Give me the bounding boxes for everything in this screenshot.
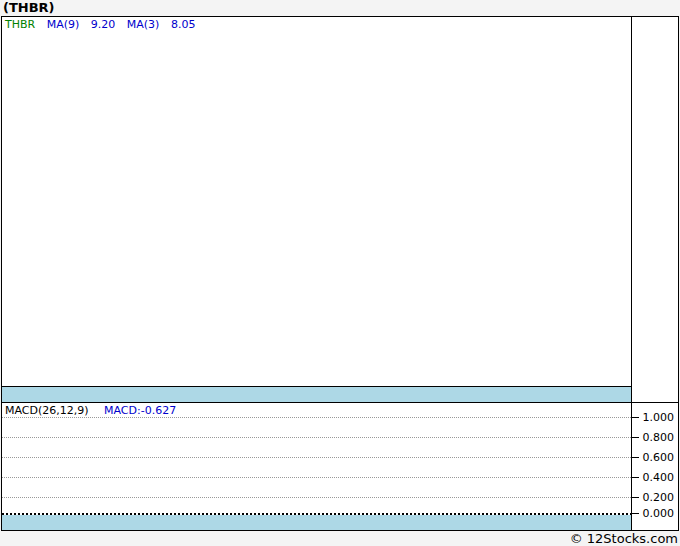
- price-legend: THBR MA(9) 9.20 MA(3) 8.05: [5, 18, 203, 31]
- legend-ma3-label: MA(3): [127, 18, 160, 31]
- macd-gridline-0200: [2, 497, 631, 498]
- macd-band: [2, 515, 631, 530]
- chart-frame: THBR MA(9) 9.20 MA(3) 8.05 MACD(26,12,9)…: [1, 16, 679, 531]
- page-title: (THBR): [3, 0, 55, 15]
- macd-legend: MACD(26,12,9) MACD:-0.627: [5, 404, 188, 417]
- axis-tick-label: 0.400: [636, 471, 674, 484]
- footer-credit: © 12Stocks.com: [570, 531, 678, 546]
- legend-symbol: THBR: [5, 18, 35, 31]
- axis-tick-label: 0.600: [636, 451, 674, 464]
- panel-separator: [2, 402, 678, 403]
- axis-divider: [631, 17, 632, 530]
- legend-ma3-value: 8.05: [171, 18, 196, 31]
- macd-gridline-0800: [2, 437, 631, 438]
- macd-gridline-0600: [2, 457, 631, 458]
- axis-tick-label: 1.000: [636, 411, 674, 424]
- axis-tick-label: 0.200: [636, 491, 674, 504]
- macd-gridline-0400: [2, 477, 631, 478]
- stock-chart-page: (THBR) THBR MA(9) 9.20 MA(3) 8.05 MACD(2…: [0, 0, 680, 546]
- legend-ma9-value: 9.20: [91, 18, 116, 31]
- macd-gridline-1000: [2, 417, 631, 418]
- macd-indicator-label: MACD(26,12,9): [5, 404, 89, 417]
- macd-indicator-value: MACD:-0.627: [104, 404, 176, 417]
- axis-tick-label: 0.800: [636, 431, 674, 444]
- axis-tick-label: 0.000: [636, 507, 674, 520]
- price-chart-band: [2, 387, 631, 402]
- legend-ma9-label: MA(9): [47, 18, 80, 31]
